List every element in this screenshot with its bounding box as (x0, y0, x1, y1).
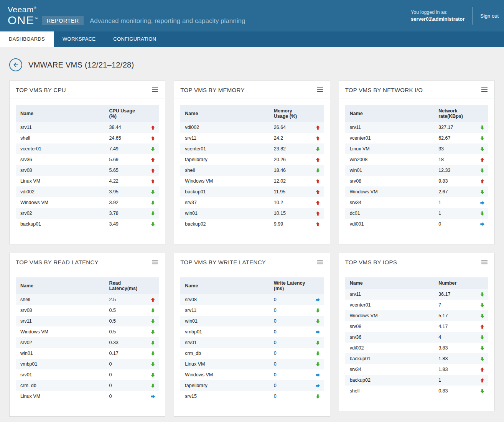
table-row[interactable]: srv364 (345, 332, 488, 343)
table-row[interactable]: srv1136.17 (345, 289, 488, 300)
sign-out-link[interactable]: Sign out (480, 13, 499, 19)
table-row[interactable]: srv089.83 (345, 176, 488, 186)
trend-down-icon (480, 211, 484, 216)
table-row[interactable]: shell18.46 (180, 165, 323, 176)
panel-menu-button[interactable] (151, 86, 159, 93)
table-row[interactable]: Windows VM0 (180, 369, 323, 380)
table-row[interactable]: tapelibrary20.26 (180, 154, 323, 165)
trend-cell (474, 208, 488, 219)
vm-name: srv11 (16, 122, 104, 133)
trend-cell (145, 369, 159, 380)
trend-cell (474, 343, 488, 353)
table-row[interactable]: vcenter0123.82 (180, 143, 323, 154)
panel-menu-button[interactable] (151, 259, 159, 265)
table-row[interactable]: crm_db0 (180, 348, 323, 359)
table-row[interactable]: win0110.15 (180, 208, 323, 219)
panel-title: TOP VMS BY MEMORY (180, 87, 244, 93)
vm-name: srv01 (16, 369, 104, 380)
metric-value: 0 (434, 219, 474, 229)
trend-flat-icon (316, 298, 320, 302)
table-row[interactable]: srv365.69 (16, 154, 159, 165)
table-row[interactable]: Linux VM0 (16, 391, 159, 402)
panel-body: Name Number srv1136.17vcenter017Windows … (339, 271, 494, 411)
vm-name: shell (16, 133, 104, 143)
table-row[interactable]: srv110.5 (16, 316, 159, 326)
table-row[interactable]: Windows VM12.02 (180, 176, 323, 186)
trend-cell (145, 391, 159, 402)
table-header-row: Name Write Latency (ms) (180, 277, 323, 294)
table-row[interactable]: backup029.99 (180, 219, 323, 229)
panel-menu-button[interactable] (316, 86, 324, 93)
vm-name: win01 (180, 316, 269, 326)
nav-tab-workspace[interactable]: WORKSPACE (54, 31, 104, 47)
table-row[interactable]: srv341 (345, 197, 488, 208)
table-row[interactable]: srv3710.2 (180, 197, 323, 208)
trend-cell (474, 165, 488, 176)
table-row[interactable]: srv150 (180, 391, 323, 402)
table-row[interactable]: srv110 (180, 305, 323, 316)
panel-body: Name Write Latency (ms) srv080srv110win0… (174, 271, 329, 416)
table-row[interactable]: srv020.33 (16, 337, 159, 348)
table-row[interactable]: vdi0023.95 (16, 186, 159, 197)
trend-cell (310, 369, 324, 380)
trend-down-icon (316, 362, 320, 366)
nav-tab-dashboards[interactable]: DASHBOARDS (0, 31, 54, 47)
table-row[interactable]: backup021 (345, 375, 488, 386)
table-row[interactable]: crm_db0 (16, 380, 159, 391)
nav-tab-configuration[interactable]: CONFIGURATION (104, 31, 165, 47)
table-row[interactable]: win010 (180, 316, 323, 326)
table-row[interactable]: vdi0010 (345, 219, 488, 229)
table-row[interactable]: Linux VM4.22 (16, 176, 159, 186)
table-row[interactable]: srv084.17 (345, 321, 488, 332)
table-row[interactable]: Linux VM33 (345, 143, 488, 154)
reporter-badge: REPORTER (42, 16, 84, 25)
table-row[interactable]: vmbp010 (16, 359, 159, 369)
table-row[interactable]: srv080.5 (16, 305, 159, 316)
table-row[interactable]: backup013.49 (16, 219, 159, 229)
vm-name: vcenter01 (345, 300, 434, 310)
table-row[interactable]: shell0.83 (345, 386, 488, 396)
table-row[interactable]: srv1124.2 (180, 133, 323, 143)
table-header-row: Name Network rate(KBps) (345, 105, 488, 122)
panel-menu-button[interactable] (481, 259, 488, 265)
table-row[interactable]: shell24.65 (16, 133, 159, 143)
metric-value: 4 (434, 332, 474, 343)
table-row[interactable]: Windows VM0.5 (16, 326, 159, 337)
table-row[interactable]: srv1138.44 (16, 122, 159, 133)
back-button[interactable] (9, 58, 22, 71)
vm-name: srv08 (345, 176, 434, 186)
table-row[interactable]: vcenter0162.67 (345, 133, 488, 143)
table-row[interactable]: vcenter017.49 (16, 143, 159, 154)
table-row[interactable]: Linux VM0 (180, 359, 323, 369)
table-row[interactable]: win200818 (345, 154, 488, 165)
column-header-value: Memory Usage (%) (269, 105, 310, 122)
table-row[interactable]: Windows VM3.92 (16, 197, 159, 208)
table-row[interactable]: dc011 (345, 208, 488, 219)
vm-name: vcenter01 (345, 133, 434, 143)
table-row[interactable]: backup011.83 (345, 353, 488, 364)
panel-menu-button[interactable] (481, 86, 488, 93)
table-row[interactable]: srv11327.17 (345, 122, 488, 133)
table-row[interactable]: Windows VM5.17 (345, 310, 488, 321)
table-row[interactable]: win010.17 (16, 348, 159, 359)
table-row[interactable]: srv010 (180, 337, 323, 348)
table-row[interactable]: vcenter017 (345, 300, 488, 310)
trend-cell (145, 337, 159, 348)
table-row[interactable]: vdi0023.83 (345, 343, 488, 353)
table-row[interactable]: tapelibrary0 (180, 380, 323, 391)
table-row[interactable]: srv085.65 (16, 165, 159, 176)
table-row[interactable]: srv080 (180, 294, 323, 305)
table-row[interactable]: vmbp010 (180, 326, 323, 337)
table-row[interactable]: shell2.5 (16, 294, 159, 305)
table-row[interactable]: srv023.78 (16, 208, 159, 219)
panel-menu-button[interactable] (316, 259, 324, 265)
panel-header: TOP VMS BY CPU (10, 81, 165, 99)
table-row[interactable]: backup0111.95 (180, 186, 323, 197)
table-row[interactable]: win0112.33 (345, 165, 488, 176)
table-row[interactable]: srv341.83 (345, 364, 488, 375)
table-row[interactable]: Windows VM2.67 (345, 186, 488, 197)
trend-cell (310, 219, 324, 229)
table-row[interactable]: srv010 (16, 369, 159, 380)
trend-cell (145, 316, 159, 326)
table-row[interactable]: vdi00226.64 (180, 122, 323, 133)
